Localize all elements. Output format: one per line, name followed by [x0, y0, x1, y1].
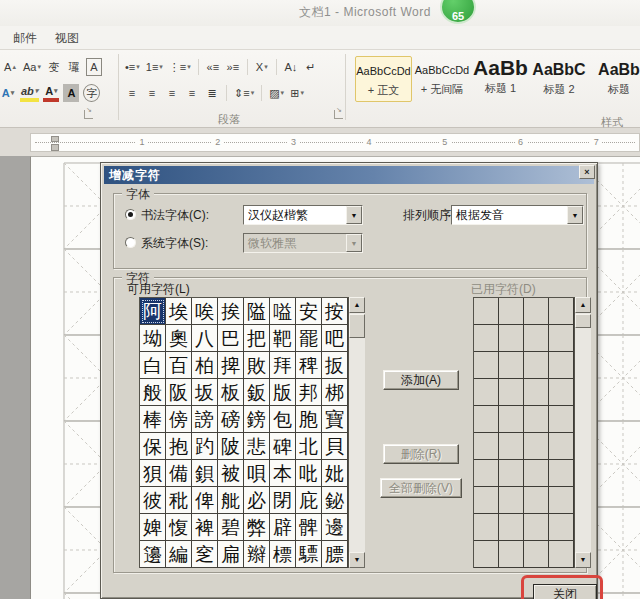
system-font-radio-label[interactable]: 系统字体(S): [141, 235, 208, 252]
char-cell[interactable]: 安 [296, 298, 322, 325]
combo-dropdown-icon[interactable]: ▼ [346, 206, 362, 224]
char-cell[interactable]: 稗 [296, 352, 322, 379]
char-cell[interactable]: 鈑 [244, 379, 270, 406]
char-cell[interactable]: 本 [270, 460, 296, 487]
char-cell[interactable]: 寶 [322, 406, 348, 433]
char-cell[interactable]: 俾 [192, 487, 218, 514]
style-card-3[interactable]: AaBb标题 1 [472, 56, 529, 102]
char-cell[interactable]: 胞 [296, 406, 322, 433]
style-card-4[interactable]: AaBbC标题 2 [531, 56, 587, 102]
char-cell[interactable]: 編 [166, 541, 192, 568]
system-font-radio[interactable] [125, 237, 136, 248]
char-cell[interactable]: 把 [244, 325, 270, 352]
asian-layout-icon[interactable]: X▾ [254, 58, 270, 76]
char-cell[interactable]: 狽 [140, 460, 166, 487]
character-shading-icon[interactable]: A [63, 84, 79, 102]
char-cell[interactable]: 坳 [140, 325, 166, 352]
char-cell[interactable]: 傍 [166, 406, 192, 433]
char-cell[interactable]: 妣 [322, 460, 348, 487]
char-cell[interactable]: 扁 [218, 541, 244, 568]
combo-dropdown-icon[interactable]: ▼ [567, 206, 583, 224]
char-cell[interactable]: 碑 [270, 433, 296, 460]
char-cell[interactable]: 拜 [270, 352, 296, 379]
char-cell[interactable]: 吡 [296, 460, 322, 487]
char-cell[interactable]: 陂 [218, 433, 244, 460]
scrollbar-thumb[interactable] [575, 314, 591, 328]
sort-order-combobox[interactable]: 根据发音 ▼ [451, 205, 584, 225]
char-cell[interactable]: 吧 [322, 325, 348, 352]
add-button[interactable]: 添加(A) [383, 370, 459, 390]
style-card-2[interactable]: AaBbCcDd+ 无间隔 [414, 56, 470, 102]
char-cell[interactable]: 謗 [192, 406, 218, 433]
char-cell[interactable]: 敗 [244, 352, 270, 379]
char-cell[interactable]: 磅 [218, 406, 244, 433]
char-cell[interactable]: 梆 [322, 379, 348, 406]
distribute-icon[interactable]: ≣ [204, 84, 220, 102]
char-cell[interactable]: 秕 [166, 487, 192, 514]
char-cell[interactable]: 彼 [140, 487, 166, 514]
char-cell[interactable]: 白 [140, 352, 166, 379]
char-cell[interactable]: 鉍 [322, 487, 348, 514]
paragraph-dialog-launcher-icon[interactable] [334, 110, 343, 119]
char-cell[interactable]: 被 [218, 460, 244, 487]
char-cell[interactable]: 罷 [296, 325, 322, 352]
scroll-up-icon[interactable]: ▲ [575, 297, 591, 313]
first-line-indent-marker[interactable] [51, 136, 59, 142]
tab-view[interactable]: 视图 [55, 30, 79, 47]
pinyin-icon[interactable]: 㼈 [66, 58, 82, 76]
borders-icon[interactable]: ⊞▾ [289, 84, 305, 102]
character-border-icon[interactable]: A [86, 58, 102, 76]
font-color-icon[interactable]: A▾ [43, 84, 59, 102]
show-marks-icon[interactable]: ↵ [303, 58, 319, 76]
align-left-icon[interactable]: ≡ [124, 84, 140, 102]
calligraphy-font-radio[interactable] [125, 209, 136, 220]
enclose-characters-icon[interactable]: 字 [83, 84, 100, 102]
scroll-up-icon[interactable]: ▲ [349, 297, 365, 313]
char-cell[interactable]: 唉 [192, 298, 218, 325]
grow-font-icon[interactable]: A▴ [2, 58, 18, 76]
char-cell[interactable]: 包 [270, 406, 296, 433]
char-cell[interactable]: 隘 [244, 298, 270, 325]
char-cell[interactable]: 抱 [166, 433, 192, 460]
char-cell[interactable]: 窆 [192, 541, 218, 568]
highlight-color-icon[interactable]: ab▾ [20, 84, 39, 102]
calligraphy-font-combobox[interactable]: 汉仪赵楷繁 ▼ [243, 205, 363, 225]
char-cell[interactable]: 百 [166, 352, 192, 379]
tab-mailings[interactable]: 邮件 [13, 30, 37, 47]
char-cell[interactable]: 板 [218, 379, 244, 406]
justify-icon[interactable]: ≡ [184, 84, 200, 102]
horizontal-ruler[interactable]: 1234567 [30, 133, 640, 152]
phonetic-guide-icon[interactable]: 变 [46, 58, 62, 76]
char-cell[interactable]: 備 [166, 460, 192, 487]
char-cell[interactable]: 奧 [166, 325, 192, 352]
char-cell[interactable]: 保 [140, 433, 166, 460]
char-cell[interactable]: 版 [270, 379, 296, 406]
line-spacing-icon[interactable]: ⇕≡▾ [233, 84, 255, 102]
char-cell[interactable]: 庇 [296, 487, 322, 514]
font-dialog-launcher-icon[interactable] [84, 110, 93, 119]
scroll-down-icon[interactable]: ▼ [349, 552, 365, 568]
char-cell[interactable]: 阿 [140, 298, 166, 325]
multilevel-list-icon[interactable]: ⋮≡▾ [168, 58, 192, 76]
char-cell[interactable]: 髀 [296, 514, 322, 541]
char-cell[interactable]: 悲 [244, 433, 270, 460]
char-cell[interactable]: 弊 [244, 514, 270, 541]
dialog-title-bar[interactable]: 增减字符 [104, 166, 594, 184]
scroll-down-icon[interactable]: ▼ [575, 552, 591, 568]
char-cell[interactable]: 辮 [244, 541, 270, 568]
char-cell[interactable]: 捭 [218, 352, 244, 379]
char-cell[interactable]: 坂 [192, 379, 218, 406]
char-cell[interactable]: 扳 [322, 352, 348, 379]
change-case-icon[interactable]: Aa▾ [22, 58, 42, 76]
char-cell[interactable]: 邊 [322, 514, 348, 541]
bullets-icon[interactable]: •≡▾ [124, 58, 141, 76]
char-cell[interactable]: 般 [140, 379, 166, 406]
char-cell[interactable]: 裨 [192, 514, 218, 541]
align-right-icon[interactable]: ≡ [164, 84, 180, 102]
char-cell[interactable]: 愎 [166, 514, 192, 541]
dialog-close-icon[interactable]: × [579, 165, 595, 179]
char-cell[interactable]: 柏 [192, 352, 218, 379]
char-cell[interactable]: 棒 [140, 406, 166, 433]
char-cell[interactable]: 籩 [140, 541, 166, 568]
char-cell[interactable]: 標 [270, 541, 296, 568]
